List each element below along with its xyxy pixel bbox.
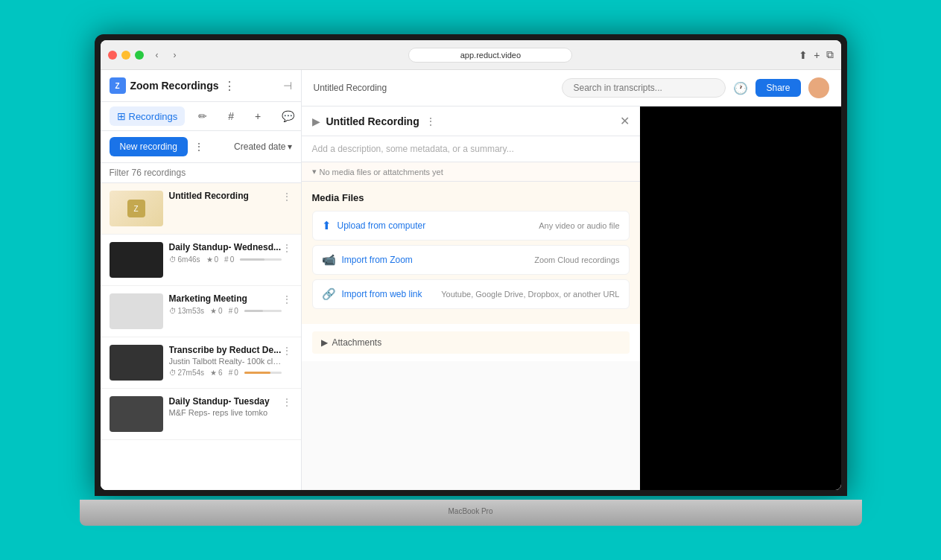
browser-tabs-icon[interactable]: ⧉ [826, 48, 834, 61]
back-button[interactable]: ‹ [150, 48, 165, 63]
recording-play-icon: ▶ [312, 115, 320, 127]
sidebar-header: Z Zoom Recordings ⋮ ⊣ [101, 70, 301, 102]
tags-label: # 0 [229, 307, 238, 315]
media-files-section: Media Files ⬆ Upload from computer Any v… [302, 182, 640, 324]
import-from-zoom-option[interactable]: 📹 Import from Zoom Zoom Cloud recordings [312, 245, 630, 275]
video-panel [640, 106, 841, 490]
url-display: app.reduct.video [408, 48, 572, 63]
attachments-label: Attachments [332, 337, 382, 348]
browser-window-controls [108, 51, 144, 60]
forward-button[interactable]: › [168, 48, 183, 63]
sort-selector[interactable]: Created date ▾ [234, 141, 291, 152]
description-placeholder: Add a description, some metadata, or a s… [312, 144, 514, 154]
media-files-title: Media Files [312, 192, 630, 203]
recording-meta: ⏱ 6m46s ★ 0 # 0 [169, 255, 282, 264]
edit-tab-icon: ✏ [198, 110, 207, 122]
progress-bar [240, 258, 281, 261]
new-recording-button[interactable]: New recording [110, 137, 188, 156]
upload-icon: ⬆ [322, 219, 332, 232]
sort-chevron-icon: ▾ [288, 141, 292, 152]
upload-option-left: ⬆ Upload from computer [322, 219, 426, 232]
progress-bar [244, 372, 282, 374]
no-media-text: No media files or attatchments yet [320, 168, 443, 176]
recording-thumbnail [110, 242, 163, 278]
recording-name: Daily Standup- Tuesday [169, 396, 282, 407]
stars-label: ★ 0 [206, 255, 219, 264]
list-item[interactable]: Z Untitled Recording ⋮ [101, 183, 301, 235]
toolbar-menu-button[interactable]: ⋮ [194, 141, 204, 153]
tab-edit[interactable]: ✏ [191, 106, 215, 126]
sidebar-title: Zoom Recordings [130, 80, 219, 92]
recording-info: Untitled Recording [169, 191, 282, 201]
list-item[interactable]: Marketing Meeting ⏱ 13m53s ★ 0 # 0 ⋮ [101, 286, 301, 337]
avatar[interactable] [808, 77, 829, 98]
list-item[interactable]: Daily Standup- Tuesday M&F Reps- reps li… [101, 389, 301, 440]
browser-add-tab-icon[interactable]: + [814, 49, 820, 61]
weblink-desc: Youtube, Google Drive, Dropbox, or anoth… [441, 290, 619, 299]
recording-menu-button[interactable]: ⋮ [282, 345, 292, 357]
browser-url-bar[interactable]: app.reduct.video [188, 48, 793, 63]
description-area[interactable]: Add a description, some metadata, or a s… [302, 136, 640, 162]
minimize-window-btn[interactable] [121, 51, 130, 60]
add-tab-icon: + [255, 110, 261, 122]
recording-meta: ⏱ 13m53s ★ 0 # 0 [169, 307, 282, 315]
sidebar-collapse-icon[interactable]: ⊣ [283, 80, 292, 92]
recording-subtitle: Justin Talbott Realty- 100k club with Ro… [169, 357, 282, 366]
sidebar-menu-button[interactable]: ⋮ [224, 79, 235, 93]
recording-name: Transcribe by Reduct De... [169, 345, 282, 355]
recording-menu-button[interactable]: ⋮ [282, 293, 292, 305]
recording-menu-button[interactable]: ⋮ [282, 242, 292, 254]
zoom-icon: 📹 [322, 253, 336, 267]
sidebar-title-row: Z Zoom Recordings ⋮ [110, 77, 235, 94]
filter-count-label: Filter 76 recordings [110, 168, 186, 178]
attachments-section: ▶ Attachments [312, 331, 630, 354]
detail-close-button[interactable]: ✕ [620, 114, 630, 128]
share-button[interactable]: Share [755, 79, 800, 97]
browser-share-icon[interactable]: ⬆ [799, 49, 808, 61]
detail-title-row: ▶ Untitled Recording ⋮ [312, 115, 436, 127]
zoom-option-left: 📹 Import from Zoom [322, 253, 413, 267]
link-icon: 🔗 [322, 287, 336, 301]
upload-label: Upload from computer [338, 220, 426, 231]
sidebar-toolbar: New recording ⋮ Created date ▾ [101, 131, 301, 163]
import-from-weblink-option[interactable]: 🔗 Import from web link Youtube, Google D… [312, 279, 630, 309]
recording-menu-button[interactable]: ⋮ [282, 396, 292, 408]
breadcrumb-label: Untitled Recording [314, 83, 387, 93]
duration-label: ⏱ 13m53s [169, 307, 205, 315]
app-container: Z Zoom Recordings ⋮ ⊣ ⊞ Recordings [101, 70, 841, 490]
chat-tab-icon: 💬 [282, 110, 294, 122]
recording-name: Daily Standup- Wednesd... [169, 242, 282, 252]
thumb-logo-icon: Z [127, 200, 145, 217]
recording-menu-button[interactable]: ⋮ [282, 191, 292, 203]
stars-label: ★ 6 [210, 369, 223, 377]
tab-chat[interactable]: 💬 [274, 106, 302, 126]
tab-add[interactable]: + [247, 106, 268, 126]
detail-menu-button[interactable]: ⋮ [425, 115, 436, 127]
header-right: 🕐 Share [562, 77, 828, 98]
breadcrumb: Untitled Recording [314, 83, 387, 93]
browser-actions: ⬆ + ⧉ [799, 48, 833, 61]
duration-label: ⏱ 27m54s [169, 369, 205, 377]
recording-meta: ⏱ 27m54s ★ 6 # 0 [169, 369, 282, 377]
list-item[interactable]: Transcribe by Reduct De... Justin Talbot… [101, 337, 301, 389]
search-input[interactable] [562, 78, 726, 98]
tab-tags[interactable]: # [221, 106, 241, 126]
close-window-btn[interactable] [108, 51, 117, 60]
upload-from-computer-option[interactable]: ⬆ Upload from computer Any video or audi… [312, 211, 630, 241]
duration-label: ⏱ 6m46s [169, 255, 200, 264]
zoom-label: Import from Zoom [342, 255, 413, 265]
main-content: Untitled Recording 🕐 Share [302, 70, 841, 490]
main-panel: ▶ Untitled Recording ⋮ ✕ Add a descripti… [302, 106, 841, 490]
progress-bar [244, 310, 282, 312]
list-item[interactable]: Daily Standup- Wednesd... ⏱ 6m46s ★ 0 # … [101, 235, 301, 286]
attachments-toggle[interactable]: ▶ Attachments [321, 337, 621, 348]
main-header: Untitled Recording 🕐 Share [302, 70, 841, 106]
tab-recordings[interactable]: ⊞ Recordings [110, 106, 186, 126]
recordings-list: Z Untitled Recording ⋮ D [101, 183, 301, 490]
zoom-desc: Zoom Cloud recordings [534, 255, 619, 264]
app-logo: Z [110, 77, 126, 94]
recording-subtitle: M&F Reps- reps live tomko [169, 408, 282, 417]
maximize-window-btn[interactable] [135, 51, 144, 60]
tags-label: # 0 [224, 255, 234, 264]
history-icon[interactable]: 🕐 [733, 81, 748, 95]
